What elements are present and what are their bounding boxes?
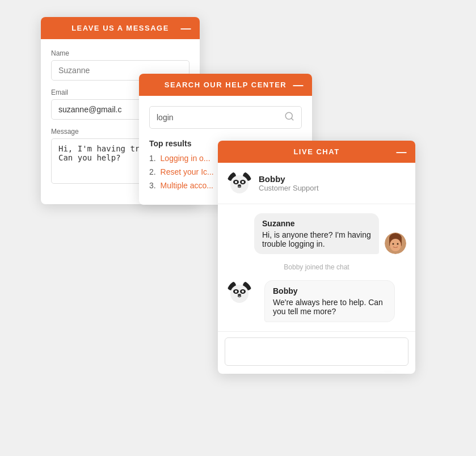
agent-role: Customer Support: [259, 184, 319, 192]
agent-bubble: Bobby We're always here to help. Can you…: [264, 280, 395, 322]
svg-point-10: [238, 184, 241, 187]
svg-point-16: [393, 243, 394, 245]
agent-message-avatar: [227, 280, 252, 305]
chat-input[interactable]: [225, 337, 408, 366]
system-message: Bobby joined the chat: [227, 261, 406, 273]
agent-bubble-text: We're always here to help. Can you tell …: [273, 298, 386, 316]
search-input[interactable]: [157, 113, 284, 122]
svg-point-26: [238, 294, 241, 296]
svg-point-9: [242, 181, 244, 183]
agent-avatar: [227, 171, 252, 196]
svg-point-25: [242, 290, 244, 293]
search-icon: [284, 111, 294, 124]
leave-message-minimize[interactable]: —: [181, 23, 192, 33]
svg-point-8: [235, 181, 237, 183]
user-message: Suzanne Hi, is anyone there? I'm having …: [227, 213, 406, 254]
search-help-minimize[interactable]: —: [293, 80, 305, 90]
live-chat-header: LIVE CHAT —: [218, 141, 415, 163]
result-link-3[interactable]: Multiple acco...: [161, 181, 213, 190]
live-chat-minimize[interactable]: —: [397, 147, 408, 157]
svg-line-1: [291, 118, 293, 120]
user-avatar: [385, 233, 406, 254]
chat-input-row: [218, 331, 415, 374]
live-chat-title: LIVE CHAT: [293, 147, 339, 156]
leave-message-title: LEAVE US A MESSAGE: [71, 24, 169, 32]
leave-message-header: LEAVE US A MESSAGE —: [41, 17, 200, 39]
result-link-1[interactable]: Logging in o...: [161, 154, 210, 163]
name-label: Name: [51, 49, 189, 57]
user-bubble: Suzanne Hi, is anyone there? I'm having …: [254, 213, 379, 254]
agent-bubble-name: Bobby: [273, 286, 386, 295]
svg-point-24: [235, 290, 237, 293]
result-link-2[interactable]: Reset your Ic...: [161, 167, 214, 176]
search-help-title: SEARCH OUR HELP CENTER: [165, 81, 287, 89]
chat-tail: [381, 373, 395, 374]
system-text: Bobby joined the chat: [284, 263, 349, 271]
search-bar: [149, 106, 302, 129]
svg-point-15: [390, 239, 401, 251]
chat-messages: Suzanne Hi, is anyone there? I'm having …: [218, 204, 415, 331]
search-help-header: SEARCH OUR HELP CENTER —: [139, 74, 312, 96]
user-text: Hi, is anyone there? I'm having trouble …: [262, 230, 371, 248]
user-name: Suzanne: [262, 219, 371, 228]
agent-info: Bobby Customer Support: [259, 174, 319, 192]
live-chat-widget: LIVE CHAT —: [218, 141, 415, 374]
svg-point-17: [397, 243, 399, 245]
agent-name: Bobby: [259, 174, 319, 184]
agent-message: Bobby We're always here to help. Can you…: [227, 280, 406, 322]
agent-header: Bobby Customer Support: [218, 163, 415, 204]
